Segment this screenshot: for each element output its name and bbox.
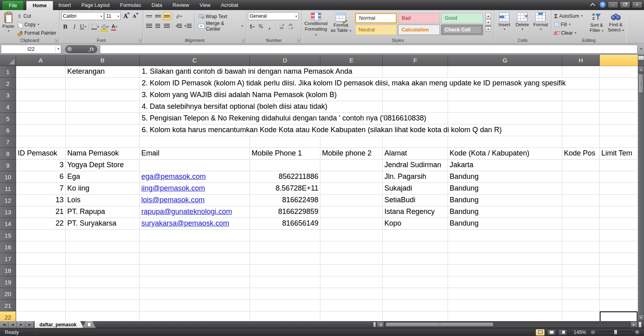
tab-file[interactable]: File <box>2 0 24 10</box>
row-header-7[interactable]: 7 <box>0 136 16 148</box>
cell-B17[interactable] <box>66 253 140 265</box>
cell-I10[interactable] <box>600 171 638 183</box>
bottom-align-button[interactable] <box>163 12 171 20</box>
h-split-handle[interactable] <box>638 321 642 328</box>
cell-G20[interactable] <box>448 288 562 300</box>
dialog-launcher-icon[interactable]: ↘ <box>54 38 58 42</box>
cell-D7[interactable] <box>250 136 320 148</box>
help-icon[interactable]: ? <box>599 1 606 8</box>
column-header-B[interactable]: B <box>66 55 140 66</box>
cell-D10[interactable]: 8562211886 <box>250 171 320 183</box>
row-header-12[interactable]: 12 <box>0 195 16 206</box>
cell-E17[interactable] <box>320 253 383 265</box>
cell-B10[interactable]: Ega <box>66 171 140 183</box>
tab-home[interactable]: Home <box>26 1 53 10</box>
column-header-H[interactable]: H <box>562 55 600 66</box>
decrease-indent-button[interactable]: ◀ <box>174 22 183 30</box>
minimize-button[interactable]: – <box>608 1 618 8</box>
cell-B2[interactable] <box>66 78 140 89</box>
cell-G19[interactable] <box>448 276 562 288</box>
cell-C17[interactable] <box>140 253 250 265</box>
cell-A1[interactable] <box>16 66 66 78</box>
email-link[interactable]: lois@pemasok.com <box>141 196 204 204</box>
cell-A7[interactable] <box>16 136 66 148</box>
cell-A13[interactable]: 21 <box>16 206 66 218</box>
tab-insert[interactable]: Insert <box>53 0 76 10</box>
cell-D22[interactable] <box>250 311 320 321</box>
style-bad[interactable]: Bad <box>398 13 440 23</box>
cell-B19[interactable] <box>66 276 140 288</box>
merge-center-button[interactable]: a Merge & Center▾ <box>197 22 244 30</box>
expand-formula-bar-icon[interactable]: ▼ <box>638 47 644 51</box>
cell-I3[interactable] <box>600 89 638 101</box>
cell-B5[interactable] <box>66 113 140 124</box>
email-link[interactable]: suryakarsa@pemaosk.com <box>141 219 229 227</box>
row-header-22[interactable]: 22 <box>0 311 16 321</box>
borders-button[interactable]: ▾ <box>91 23 100 31</box>
cell-A15[interactable] <box>16 230 66 241</box>
cell-G9[interactable]: Jakarta <box>448 160 562 171</box>
scroll-left-icon[interactable]: ◀ <box>377 321 384 328</box>
cell-H20[interactable] <box>562 288 600 300</box>
cell-C22[interactable] <box>140 311 250 321</box>
cell-C8[interactable]: Email <box>140 148 250 160</box>
cell-C18[interactable] <box>140 265 250 276</box>
clear-button[interactable]: Clear▾ <box>553 29 586 37</box>
zoom-out-button[interactable]: – <box>590 330 596 335</box>
tab-split-handle[interactable] <box>373 322 376 327</box>
cell-D17[interactable] <box>250 253 320 265</box>
font-color-button[interactable]: A▾ <box>110 23 118 31</box>
cell-G12[interactable]: Bandung <box>448 195 562 206</box>
cell-E16[interactable] <box>320 241 383 253</box>
cell-A11[interactable]: 7 <box>16 183 66 195</box>
cell-H18[interactable] <box>562 265 600 276</box>
cell-D12[interactable]: 816622498 <box>250 195 320 206</box>
cell-C13[interactable]: rapupa@gunateknologi.com <box>140 206 250 218</box>
next-sheet-button[interactable]: ▶ <box>17 321 25 328</box>
insert-cells-button[interactable]: Insert▾ <box>496 11 513 37</box>
cell-I19[interactable] <box>600 276 638 288</box>
cell-H1[interactable] <box>562 66 600 78</box>
cell-H16[interactable] <box>562 241 600 253</box>
vertical-split-box[interactable] <box>638 56 644 60</box>
zoom-level[interactable]: 145% <box>574 330 586 335</box>
row-header-9[interactable]: 9 <box>0 160 16 171</box>
cell-F11[interactable]: Sukajadi <box>383 183 448 195</box>
column-header-A[interactable]: A <box>16 55 66 66</box>
cell-A5[interactable] <box>16 113 66 124</box>
normal-view-button[interactable] <box>536 329 545 336</box>
page-break-view-button[interactable] <box>558 329 567 336</box>
cell-E14[interactable] <box>320 218 383 230</box>
email-link[interactable]: rapupa@gunateknologi.com <box>141 207 232 216</box>
column-header-D[interactable]: D <box>250 55 320 66</box>
cell-G22[interactable] <box>448 311 562 321</box>
cell-B20[interactable] <box>66 288 140 300</box>
cell-G3[interactable] <box>448 89 562 101</box>
cell-E11[interactable] <box>320 183 383 195</box>
row-header-13[interactable]: 13 <box>0 206 16 218</box>
cell-H17[interactable] <box>562 253 600 265</box>
cell-C1-overflow[interactable]: 1. Silakan ganti contoh di bawah ini den… <box>140 66 355 77</box>
selected-cell-I22[interactable] <box>600 311 638 321</box>
cell-C4-overflow[interactable]: 4. Data selebihnya bersifat optional (bo… <box>140 101 330 112</box>
cell-C12[interactable]: lois@pemasok.com <box>140 195 250 206</box>
cell-I18[interactable] <box>600 265 638 276</box>
cell-G18[interactable] <box>448 265 562 276</box>
cell-D18[interactable] <box>250 265 320 276</box>
name-box[interactable]: I22 ▼ <box>1 45 61 54</box>
style-neutral[interactable]: Neutral <box>355 25 397 35</box>
tab-formulas[interactable]: Formulas <box>115 0 146 10</box>
autosum-button[interactable]: Σ AutoSum▾ <box>553 12 586 20</box>
cell-I17[interactable] <box>600 253 638 265</box>
cell-H13[interactable] <box>562 206 600 218</box>
cell-E13[interactable] <box>320 206 383 218</box>
row-header-17[interactable]: 17 <box>0 253 16 265</box>
cell-H9[interactable] <box>562 160 600 171</box>
format-as-table-button[interactable]: Format as Table ▾ <box>330 11 352 37</box>
tab-view[interactable]: View <box>194 0 216 10</box>
cell-A10[interactable]: 6 <box>16 171 66 183</box>
column-header-E[interactable]: E <box>320 55 383 66</box>
cell-A12[interactable]: 13 <box>16 195 66 206</box>
cell-E22[interactable] <box>320 311 383 321</box>
email-link[interactable]: iing@pemasok.com <box>141 184 205 192</box>
